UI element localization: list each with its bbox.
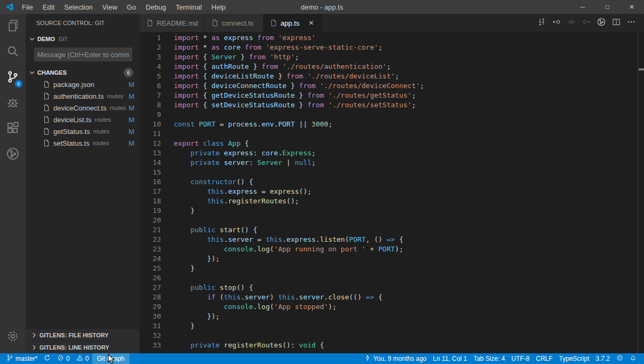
code-line[interactable]: 7import { getDeviceStatusRoute } from '.… <box>140 91 644 100</box>
changed-file-row[interactable]: getStatus.tsroutesM <box>26 125 140 137</box>
status-branch-indicator[interactable]: master* <box>3 353 41 364</box>
activity-item-manage[interactable] <box>0 325 26 350</box>
maximize-button[interactable]: □ <box>595 0 619 14</box>
code-line[interactable]: 32 <box>140 331 644 341</box>
status-language-mode[interactable]: TypeScript <box>556 353 593 364</box>
code-line[interactable]: 19 } <box>140 206 644 216</box>
menu-edit[interactable]: Edit <box>38 0 59 14</box>
code-line[interactable]: 28 if (this.server) this.server.close(()… <box>140 292 644 302</box>
code-line[interactable]: 16 constructor() { <box>140 177 644 187</box>
status-encoding[interactable]: UTF-8 <box>508 353 533 364</box>
activity-item-git-graph[interactable] <box>0 142 26 168</box>
tab-connect-ts[interactable]: connect.ts <box>205 14 263 32</box>
menu-debug[interactable]: Debug <box>141 0 171 14</box>
menu-terminal[interactable]: Terminal <box>171 0 206 14</box>
line-number: 31 <box>140 321 161 331</box>
git-graph-view-button[interactable] <box>594 14 609 32</box>
line-number: 9 <box>140 110 161 120</box>
activity-item-search[interactable] <box>0 39 26 65</box>
line-number: 11 <box>140 129 161 139</box>
menu-file[interactable]: File <box>17 0 38 14</box>
gitlens-section-gitlens-line-history[interactable]: GITLENS: LINE HISTORY <box>26 342 140 353</box>
code-line[interactable]: 26 <box>140 273 644 283</box>
code-line[interactable]: 29 console.log('App stopped'); <box>140 302 644 312</box>
previous-revision-button[interactable] <box>549 14 564 32</box>
status-notifications[interactable] <box>626 353 640 364</box>
code-line[interactable]: 4import { authRoute } from './routes/aut… <box>140 62 644 72</box>
git-status-badge: M <box>128 104 134 112</box>
gitlens-section-gitlens-file-history[interactable]: GITLENS: FILE HISTORY <box>26 329 140 341</box>
code-line[interactable]: 14 private server: Server | null; <box>140 158 644 168</box>
code-line[interactable]: 9 <box>140 110 644 120</box>
status-typescript-version[interactable]: 3.7.2 <box>592 353 613 364</box>
code-line[interactable]: 3import { Server } from 'http'; <box>140 52 644 62</box>
code-line[interactable]: 22 this.server = this.express.listen(POR… <box>140 235 644 244</box>
tab-app-ts[interactable]: app.ts✕ <box>263 14 322 32</box>
line-number: 26 <box>140 273 161 283</box>
code-line[interactable]: 23 console.log('App running on port ' + … <box>140 244 644 254</box>
activity-item-source-control[interactable]: 6 <box>0 65 26 91</box>
menu-selection[interactable]: Selection <box>59 0 97 14</box>
code-line[interactable]: 21 public start() { <box>140 225 644 235</box>
close-button[interactable]: ✕ <box>619 0 644 14</box>
changed-file-row[interactable]: deviceList.tsroutesM <box>26 114 140 125</box>
close-icon[interactable]: ✕ <box>307 19 316 27</box>
code-line[interactable]: 27 public stop() { <box>140 283 644 292</box>
status-eol-sequence[interactable]: CRLF <box>533 353 556 364</box>
code-line[interactable]: 1import * as express from 'express' <box>140 33 644 43</box>
activity-item-explorer[interactable] <box>0 14 26 39</box>
code-line[interactable]: 6import { deviceConnectRoute } from './r… <box>140 81 644 91</box>
minimize-button[interactable]: ─ <box>570 0 595 14</box>
code-text: import { Server } from 'http'; <box>174 52 299 62</box>
status-gitlens-blame[interactable]: You, 9 months ago <box>361 353 430 364</box>
changed-file-row[interactable]: package.jsonM <box>26 78 140 90</box>
repo-section-header[interactable]: DEMO GIT <box>26 33 140 45</box>
git-status-badge: M <box>128 116 134 124</box>
code-line[interactable]: 18 this.registerRoutes(); <box>140 196 644 206</box>
menu-view[interactable]: View <box>98 0 122 14</box>
code-line[interactable]: 5import { deviceListRoute } from './rout… <box>140 72 644 81</box>
status-sync-action[interactable] <box>41 353 54 364</box>
code-line[interactable]: 2import * as core from 'express-serve-st… <box>140 43 644 52</box>
open-changes-button[interactable] <box>534 14 549 32</box>
more-actions-button[interactable] <box>624 14 639 32</box>
code-line[interactable]: 33 private registerRoutes(): void { <box>140 341 644 350</box>
file-folder-hint: routes <box>95 116 111 123</box>
code-line[interactable]: 30 }); <box>140 312 644 321</box>
activity-item-extensions[interactable] <box>0 116 26 142</box>
code-line[interactable]: 15 <box>140 168 644 177</box>
line-number: 33 <box>140 341 161 350</box>
status-error-count[interactable]: 0 <box>54 353 73 364</box>
commit-message-input[interactable] <box>34 48 132 61</box>
changed-file-row[interactable]: setStatus.tsroutesM <box>26 137 140 149</box>
activity-item-debug[interactable] <box>0 91 26 116</box>
status-warning-count[interactable]: 0 <box>73 353 92 364</box>
code-line[interactable]: 11 <box>140 129 644 139</box>
file-icon <box>43 116 50 123</box>
circle-icon <box>567 18 576 28</box>
status-git-graph-launcher[interactable]: Git Graph <box>92 353 130 364</box>
editor-scrollbar[interactable] <box>638 32 644 353</box>
code-line[interactable]: 17 this.express = express(); <box>140 187 644 196</box>
menu-go[interactable]: Go <box>122 0 141 14</box>
code-line[interactable]: 25 } <box>140 264 644 273</box>
changes-section-header[interactable]: CHANGES 6 <box>26 67 140 78</box>
code-line[interactable]: 8import { setDeviceStatusRoute } from '.… <box>140 100 644 110</box>
menu-help[interactable]: Help <box>207 0 231 14</box>
code-line[interactable]: 10const PORT = process.env.PORT || 3000; <box>140 120 644 129</box>
file-icon <box>146 19 154 27</box>
status-feedback[interactable] <box>613 353 626 364</box>
repo-name: DEMO <box>37 36 55 42</box>
code-line[interactable]: 31 } <box>140 321 644 331</box>
status-cursor-position[interactable]: Ln 11, Col 1 <box>430 353 470 364</box>
split-editor-button[interactable] <box>609 14 624 32</box>
code-line[interactable]: 20 <box>140 216 644 225</box>
code-line[interactable]: 24 }); <box>140 254 644 264</box>
code-line[interactable]: 13 private express: core.Express; <box>140 148 644 158</box>
changed-file-row[interactable]: deviceConnect.tsroutesM <box>26 102 140 114</box>
tab-README-md[interactable]: README.md <box>140 14 205 32</box>
code-line[interactable]: 12export class App { <box>140 139 644 148</box>
status-indentation[interactable]: Tab Size: 4 <box>470 353 508 364</box>
code-editor[interactable]: 1import * as express from 'express'2impo… <box>140 32 644 353</box>
changed-file-row[interactable]: authentication.tsroutesM <box>26 90 140 102</box>
